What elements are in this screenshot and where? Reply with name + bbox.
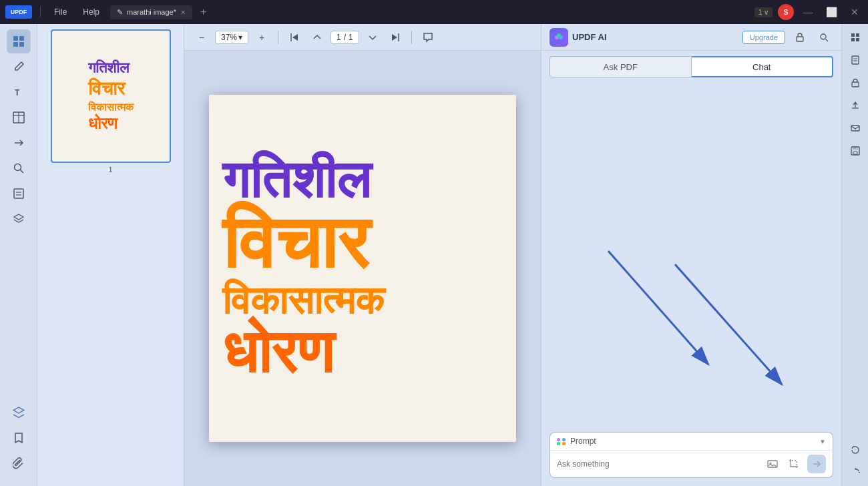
current-page: 1 xyxy=(337,33,341,42)
toolbar: − 37% ▾ + 1 / 1 xyxy=(184,24,541,51)
ai-input-area: Prompt ▼ xyxy=(550,432,833,478)
toolbar-sep1 xyxy=(278,31,278,44)
rs-icon-lock[interactable] xyxy=(845,72,866,93)
prompt-selector[interactable]: Prompt ▼ xyxy=(550,432,833,451)
user-avatar[interactable]: S xyxy=(778,4,794,20)
rs-icon-redo[interactable] xyxy=(845,462,866,483)
thumb-line3: विकासात्मक xyxy=(88,101,134,113)
svg-rect-0 xyxy=(13,36,18,41)
last-page-button[interactable] xyxy=(386,28,405,47)
prev-page-button[interactable] xyxy=(308,28,327,47)
sidebar-icon-table[interactable] xyxy=(7,105,31,130)
zoom-dropdown-icon: ▾ xyxy=(238,33,242,42)
svg-rect-3 xyxy=(19,42,24,47)
sidebar-icon-pages[interactable] xyxy=(7,182,31,206)
sidebar-icon-search[interactable] xyxy=(7,156,31,180)
svg-rect-32 xyxy=(852,82,859,87)
menu-help[interactable]: Help xyxy=(77,6,105,18)
rs-icon-export[interactable] xyxy=(845,95,866,116)
ai-tabs: Ask PDF Chat xyxy=(541,51,841,77)
svg-rect-10 xyxy=(14,189,23,198)
maximize-button[interactable]: ⬜ xyxy=(822,5,841,19)
tab-title: marathi image* xyxy=(127,8,176,16)
ai-panel: UPDF AI Upgrade Ask PDF Chat xyxy=(541,24,841,486)
rs-icon-undo[interactable] xyxy=(845,439,866,461)
sidebar-icon-layers-special[interactable] xyxy=(7,401,31,425)
svg-rect-28 xyxy=(856,38,859,41)
thumb-line4: धोरण xyxy=(88,115,118,133)
thumbnail-page-number: 1 xyxy=(108,166,112,174)
page-separator: / xyxy=(344,33,346,42)
prompt-dropdown-icon: ▼ xyxy=(819,438,826,445)
sidebar-icon-bookmark[interactable] xyxy=(7,426,31,450)
svg-rect-25 xyxy=(851,33,855,37)
ai-header-right: Upgrade xyxy=(742,28,833,47)
thumbnail-page-1[interactable]: गतिशील विचार विकासात्मक धोरण 1 xyxy=(43,29,178,174)
next-page-button[interactable] xyxy=(363,28,382,47)
send-button[interactable] xyxy=(807,455,826,473)
zoom-out-button[interactable]: − xyxy=(192,28,211,47)
doc-line1: गतिशील xyxy=(222,154,371,206)
left-sidebar: T xyxy=(0,24,37,486)
sidebar-icon-text[interactable]: T xyxy=(7,80,31,104)
rs-icon-email[interactable] xyxy=(845,117,866,139)
svg-rect-33 xyxy=(851,126,859,131)
rs-icon-save[interactable] xyxy=(845,140,866,162)
thumb-line2: विचार xyxy=(88,78,125,100)
sep1 xyxy=(40,7,41,17)
svg-line-20 xyxy=(826,39,829,41)
image-upload-icon[interactable] xyxy=(765,456,781,472)
sidebar-icon-grid[interactable] xyxy=(7,29,31,53)
version-badge[interactable]: 1 ∨ xyxy=(754,7,773,17)
ai-header: UPDF AI Upgrade xyxy=(541,24,841,51)
ask-input[interactable] xyxy=(557,459,759,469)
new-tab-button[interactable]: + xyxy=(200,6,206,18)
tab-ask-pdf[interactable]: Ask PDF xyxy=(550,56,692,77)
svg-rect-35 xyxy=(853,147,858,150)
ask-input-row xyxy=(550,451,833,478)
svg-rect-29 xyxy=(852,56,859,64)
doc-line3: विकासात्मक xyxy=(222,280,384,322)
document-view: गतिशील विचार विकासात्मक धोरण xyxy=(184,51,541,486)
sidebar-icon-layers[interactable] xyxy=(7,207,31,231)
zoom-in-button[interactable]: + xyxy=(252,28,271,47)
prompt-dots-icon xyxy=(557,438,566,445)
zoom-display[interactable]: 37% ▾ xyxy=(215,31,248,44)
toolbar-sep2 xyxy=(411,31,412,44)
document-page: गतिशील विचार विकासात्मक धोरण xyxy=(209,95,516,442)
svg-point-19 xyxy=(821,34,826,39)
svg-point-17 xyxy=(557,33,561,37)
titlebar-right: 1 ∨ S — ⬜ ✕ xyxy=(754,4,863,20)
menu-file[interactable]: File xyxy=(49,6,72,18)
page-display: 1 / 1 xyxy=(331,31,359,44)
ai-content xyxy=(541,77,841,486)
tab-chat[interactable]: Chat xyxy=(692,56,834,77)
sidebar-icon-edit[interactable] xyxy=(7,55,31,79)
ai-logo-icon xyxy=(550,28,568,47)
app-logo: UPDF xyxy=(5,5,32,19)
rs-icon-document[interactable] xyxy=(845,49,866,71)
crop-icon[interactable] xyxy=(786,456,802,472)
sidebar-icon-attachment[interactable] xyxy=(7,451,31,475)
minimize-button[interactable]: — xyxy=(799,5,817,19)
ai-panel-wrapper: UPDF AI Upgrade Ask PDF Chat xyxy=(541,24,868,486)
updf-ai-logo: UPDF AI xyxy=(550,28,607,47)
thumbnail-image: गतिशील विचार विकासात्मक धोरण xyxy=(51,29,171,163)
zoom-value: 37% xyxy=(221,33,237,42)
sidebar-icon-convert[interactable] xyxy=(7,131,31,155)
lock-icon-btn[interactable] xyxy=(791,28,809,47)
rs-icon-grid[interactable] xyxy=(845,27,866,48)
svg-rect-36 xyxy=(853,152,857,154)
sidebar-bottom xyxy=(7,401,31,481)
ai-logo-text: UPDF AI xyxy=(572,32,607,42)
close-button[interactable]: ✕ xyxy=(847,5,863,19)
first-page-button[interactable] xyxy=(285,28,304,47)
right-sidebar xyxy=(841,24,868,486)
upgrade-button[interactable]: Upgrade xyxy=(742,31,785,44)
tab-close-button[interactable]: ✕ xyxy=(180,9,186,16)
search-icon-btn[interactable] xyxy=(815,28,833,47)
tab-marathi[interactable]: ✎ marathi image* ✕ xyxy=(110,5,192,19)
comment-button[interactable] xyxy=(419,28,437,47)
svg-rect-26 xyxy=(856,33,859,37)
svg-rect-2 xyxy=(13,42,18,47)
